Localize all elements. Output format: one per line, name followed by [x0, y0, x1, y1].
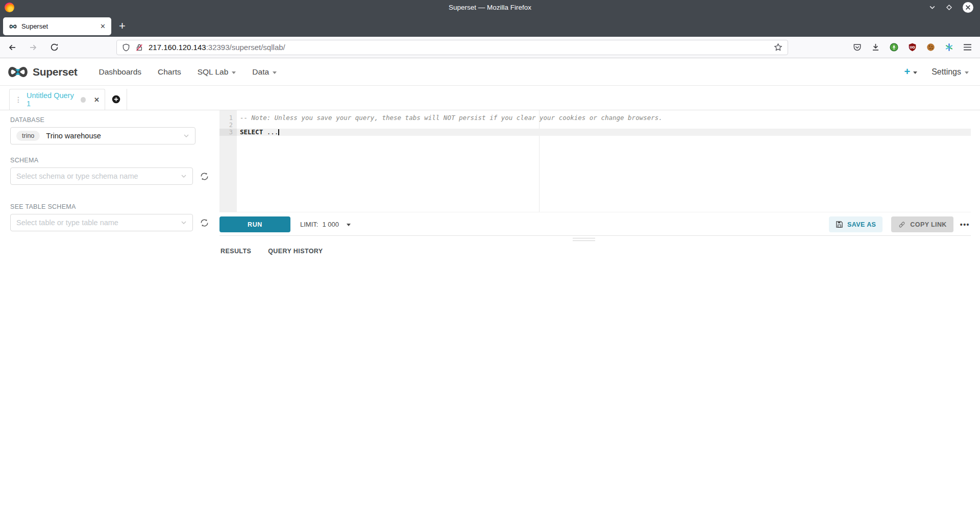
line-number: 2 [219, 122, 237, 129]
line-number-active: 3 [219, 129, 237, 136]
more-actions-button[interactable]: ••• [959, 221, 971, 229]
window-minimize-icon[interactable] [929, 4, 936, 11]
browser-toolbar: 217.160.120.143:32393/superset/sqllab/ U… [0, 37, 980, 58]
downloads-icon[interactable] [871, 43, 880, 52]
text-cursor [278, 129, 279, 135]
tab-close-icon[interactable]: ✕ [100, 22, 106, 30]
query-status-dot [81, 97, 86, 103]
refresh-tables-icon[interactable] [200, 218, 209, 228]
browser-tab-title: Superset [21, 22, 100, 30]
nav-item-charts[interactable]: Charts [150, 67, 189, 77]
forward-button[interactable] [28, 43, 38, 52]
chevron-down-icon [232, 71, 236, 74]
schema-select-placeholder: Select schema or type schema name [16, 172, 181, 180]
save-as-button[interactable]: SAVE AS [829, 216, 883, 232]
browser-tab-bar: Superset ✕ + [0, 15, 980, 37]
new-tab-button[interactable]: + [119, 20, 126, 32]
nav-item-dashboards[interactable]: Dashboards [90, 67, 150, 77]
window-maximize-icon[interactable] [946, 4, 952, 11]
link-icon [898, 221, 906, 229]
sql-active-line: SELECT ... [237, 129, 971, 136]
caret-down-icon [347, 224, 351, 226]
save-icon [836, 221, 843, 228]
results-tab-bar: RESULTS QUERY HISTORY [219, 248, 971, 255]
extension-asterisk-icon[interactable] [945, 43, 953, 52]
sql-code-editor[interactable]: 1 2 3 -- Note: Unless you save your quer… [219, 110, 971, 212]
menu-hamburger-icon[interactable] [963, 43, 972, 51]
cookie-extension-icon[interactable] [926, 43, 935, 52]
query-tab-close-icon[interactable]: ✕ [94, 96, 100, 104]
query-tab-bar: ⋮ Untitled Query 1 ✕ [0, 86, 980, 110]
copy-link-button[interactable]: COPY LINK [891, 216, 953, 232]
privacy-badger-icon[interactable] [890, 43, 898, 52]
chevron-down-icon [183, 133, 189, 139]
database-label: DATABASE [10, 116, 209, 124]
table-schema-label: SEE TABLE SCHEMA [10, 203, 209, 210]
tab-results[interactable]: RESULTS [220, 248, 251, 255]
superset-navbar: Superset Dashboards Charts SQL Lab Data … [0, 58, 980, 86]
database-select[interactable]: trino Trino warehouse [10, 127, 195, 144]
limit-dropdown[interactable]: LIMIT: 1 000 [300, 221, 351, 228]
window-titlebar: Superset — Mozilla Firefox [0, 0, 980, 15]
resize-handle[interactable] [573, 238, 595, 243]
superset-brand[interactable]: Superset [6, 66, 77, 78]
line-number: 1 [219, 114, 237, 122]
query-tab-active[interactable]: ⋮ Untitled Query 1 ✕ [9, 89, 105, 110]
add-new-button[interactable]: + [904, 66, 918, 78]
chevron-down-icon [181, 220, 187, 226]
svg-text:UO: UO [910, 45, 915, 50]
reload-button[interactable] [49, 43, 59, 52]
schema-label: SCHEMA [10, 157, 209, 164]
limit-value: 1 000 [322, 221, 339, 228]
chevron-down-icon [965, 71, 969, 74]
ublock-origin-icon[interactable]: UO [908, 43, 917, 52]
superset-favicon [9, 24, 17, 29]
editor-toolbar: RUN LIMIT: 1 000 SAVE AS [219, 216, 971, 232]
refresh-schemas-icon[interactable] [200, 172, 209, 181]
url-text[interactable]: 217.160.120.143:32393/superset/sqllab/ [149, 43, 285, 52]
url-host: 217.160.120.143 [149, 43, 206, 52]
sql-comment-line: -- Note: Unless you save your query, the… [240, 114, 663, 122]
schema-select[interactable]: Select schema or type schema name [10, 167, 193, 185]
editor-gutter: 1 2 3 [219, 110, 237, 212]
superset-logo-icon [6, 66, 30, 78]
bookmark-star-icon[interactable] [774, 43, 782, 52]
add-query-tab-button[interactable] [105, 89, 127, 110]
limit-label: LIMIT: [300, 221, 318, 228]
chevron-down-icon [913, 71, 917, 74]
insecure-lock-icon[interactable] [135, 43, 143, 52]
pocket-icon[interactable] [853, 43, 862, 52]
sqllab-sidebar: DATABASE trino Trino warehouse SCHEMA Se… [0, 110, 219, 532]
url-path: :32393/superset/sqllab/ [206, 43, 285, 52]
editor-code-area[interactable]: -- Note: Unless you save your query, the… [237, 110, 971, 136]
sql-blank-line [237, 122, 971, 129]
window-close-button[interactable] [963, 2, 973, 13]
back-button[interactable] [7, 43, 17, 52]
chevron-down-icon [273, 71, 277, 74]
settings-menu[interactable]: Settings [932, 67, 969, 77]
firefox-window: Superset — Mozilla Firefox Superset ✕ + [0, 0, 980, 532]
table-select-placeholder: Select table or type table name [16, 219, 181, 227]
nav-item-sql-lab[interactable]: SQL Lab [189, 67, 244, 77]
tab-query-history[interactable]: QUERY HISTORY [268, 248, 323, 255]
browser-tab-superset[interactable]: Superset ✕ [3, 17, 111, 35]
query-tab-title: Untitled Query 1 [27, 91, 74, 108]
tracking-shield-icon[interactable] [122, 43, 130, 52]
window-title: Superset — Mozilla Firefox [0, 4, 980, 11]
copy-link-label: COPY LINK [910, 221, 946, 228]
database-select-value: Trino warehouse [46, 132, 183, 140]
sql-editor-pane: 1 2 3 -- Note: Unless you save your quer… [219, 110, 980, 532]
nav-item-data[interactable]: Data [244, 67, 285, 77]
main-nav: Dashboards Charts SQL Lab Data [90, 67, 285, 77]
chevron-down-icon [181, 173, 187, 179]
drag-handle-icon[interactable]: ⋮ [15, 95, 22, 104]
table-select[interactable]: Select table or type table name [10, 214, 193, 231]
database-engine-badge: trino [16, 131, 40, 141]
brand-name: Superset [33, 66, 77, 78]
save-as-label: SAVE AS [847, 221, 876, 228]
run-button[interactable]: RUN [219, 216, 290, 232]
url-bar[interactable]: 217.160.120.143:32393/superset/sqllab/ [116, 40, 788, 55]
pane-divider [219, 235, 971, 243]
